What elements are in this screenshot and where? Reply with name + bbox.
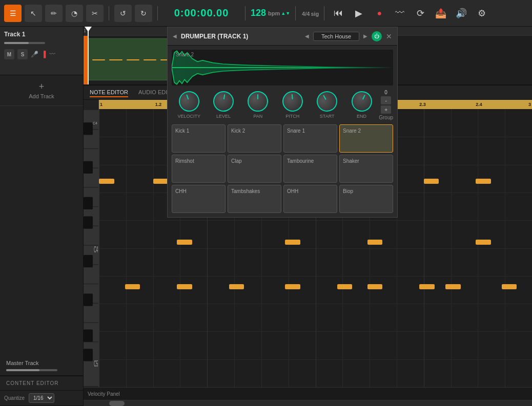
start-knob[interactable]	[313, 88, 341, 116]
drumpler-pads: Kick 1 Kick 2 Snare 1 Snare 2 Rimshot Cl…	[168, 124, 397, 217]
note-9[interactable]	[177, 240, 192, 245]
track1-volume-slider[interactable]	[4, 42, 45, 44]
master-volume-slider[interactable]	[6, 369, 57, 371]
export-button[interactable]: 📤	[432, 5, 449, 22]
master-volume-fill	[6, 369, 39, 371]
drumpler-preset: Tech House	[313, 32, 359, 41]
pad-snare1[interactable]: Snare 1	[283, 124, 337, 153]
loop-button[interactable]: ⟳	[412, 5, 429, 22]
clip-dash	[144, 59, 156, 60]
wave-icon[interactable]: 〰	[49, 51, 55, 58]
drumpler-preset-arrow-right[interactable]: ▶	[363, 33, 367, 39]
pad-kick1-label: Kick 1	[175, 128, 189, 134]
pad-kick2-label: Kick 2	[231, 128, 245, 134]
grid-v-2	[153, 109, 154, 387]
drumpler-waveform: Snare 2	[172, 50, 393, 86]
pad-ohh[interactable]: OHH	[283, 185, 337, 213]
level-knob[interactable]	[212, 90, 235, 113]
drumpler-prev-arrow[interactable]: ◀	[173, 33, 177, 39]
velocity-label: VELOCITY	[177, 114, 200, 119]
pitch-label: PITCH	[285, 114, 299, 119]
note-editor-tab[interactable]: NOTE EDITOR	[90, 88, 128, 97]
pencil-tool[interactable]: ✏	[45, 5, 63, 22]
bpm-arrows[interactable]: ▲▼	[281, 11, 290, 16]
group-plus-button[interactable]: +	[381, 105, 391, 114]
pad-shaker[interactable]: Shaker	[339, 155, 393, 183]
note-2[interactable]	[153, 179, 169, 184]
ruler-spacer	[84, 101, 98, 110]
cut-tool[interactable]: ✂	[86, 5, 104, 22]
playhead[interactable]	[88, 27, 89, 84]
redo-button[interactable]: ↻	[135, 5, 152, 22]
pad-chh-label: CHH	[175, 188, 187, 194]
audio-button[interactable]: 🔊	[453, 5, 470, 22]
end-knob[interactable]	[348, 88, 375, 115]
pitch-knob-group: PITCH	[275, 91, 310, 119]
mute-button[interactable]: M	[4, 49, 14, 59]
mic-icon[interactable]: 🎤	[31, 51, 38, 58]
solo-button[interactable]: S	[17, 49, 28, 59]
bpm-display[interactable]: 128 bpm ▲▼	[251, 8, 290, 18]
velocity-knob[interactable]	[176, 88, 202, 114]
drumpler-close-button[interactable]: ✕	[386, 32, 392, 40]
note-12[interactable]	[476, 240, 491, 245]
ruler-mark-1-2: 1.2	[155, 102, 162, 107]
pad-kick1[interactable]: Kick 1	[172, 124, 226, 153]
note-13[interactable]	[125, 284, 140, 289]
separator-5	[324, 6, 324, 20]
content-editor-header: CONTENT EDITOR	[0, 375, 83, 391]
horizontal-scrollbar[interactable]	[84, 400, 532, 406]
note-16[interactable]	[285, 284, 300, 289]
record-button[interactable]: ●	[371, 5, 388, 22]
bars-icon[interactable]: ▐	[42, 51, 46, 58]
note-21[interactable]	[502, 284, 517, 289]
svg-text:C5: C5	[94, 359, 98, 369]
left-panel: Track 1 M S 🎤 ▐ 〰 + Add Track Master Tra…	[0, 27, 84, 406]
note-18[interactable]	[367, 284, 383, 289]
drumpler-preset-arrow-left[interactable]: ◀	[305, 33, 309, 39]
note-11[interactable]	[367, 240, 383, 245]
pad-tambshakes[interactable]: Tambshakes	[228, 185, 281, 213]
note-10[interactable]	[285, 240, 300, 245]
pad-tambourine[interactable]: Tambourine	[283, 155, 337, 183]
time-display: 0:00:00.00	[163, 7, 240, 19]
add-track-button[interactable]: + Add Track	[0, 75, 83, 106]
settings-button[interactable]: ⚙	[473, 5, 490, 22]
separator-3	[245, 6, 245, 20]
note-14[interactable]	[177, 284, 192, 289]
pad-kick2[interactable]: Kick 2	[228, 124, 281, 153]
pad-biop[interactable]: Biop	[339, 185, 393, 213]
pad-clap[interactable]: Clap	[228, 155, 281, 183]
note-20[interactable]	[445, 284, 461, 289]
waveform-svg	[172, 50, 393, 86]
track1-volume-fill	[4, 42, 29, 44]
note-1[interactable]	[99, 179, 114, 184]
pitch-knob[interactable]	[281, 90, 303, 112]
grid-v-0	[99, 109, 99, 387]
note-7[interactable]	[424, 179, 439, 184]
drumpler-power-button[interactable]: ⏻	[372, 31, 382, 41]
main-area: Track 1 M S 🎤 ▐ 〰 + Add Track Master Tra…	[0, 27, 532, 406]
pad-snare2[interactable]: Snare 2	[339, 124, 393, 153]
grid-v-1	[126, 109, 127, 387]
scrollbar-thumb[interactable]	[109, 401, 125, 406]
pan-knob[interactable]	[248, 91, 268, 112]
group-minus-button[interactable]: -	[381, 96, 391, 104]
note-17[interactable]	[337, 284, 353, 289]
clock-tool[interactable]: ◔	[66, 5, 83, 22]
master-track-header: Master Track	[0, 356, 83, 375]
undo-button[interactable]: ↺	[114, 5, 132, 22]
note-8[interactable]	[476, 179, 491, 184]
note-15[interactable]	[229, 284, 244, 289]
pad-rimshot[interactable]: Rimshot	[172, 155, 226, 183]
pad-chh[interactable]: CHH	[172, 185, 226, 213]
pad-snare1-label: Snare 1	[287, 128, 305, 134]
play-button[interactable]: ▶	[350, 5, 367, 22]
cursor-tool[interactable]: ↖	[25, 5, 42, 22]
note-19[interactable]	[419, 284, 435, 289]
quantize-select[interactable]: 1/16 1/8 1/4 1/32	[29, 393, 54, 403]
automation-button[interactable]: 〰	[391, 5, 408, 22]
rewind-button[interactable]: ⏮	[330, 5, 347, 22]
menu-button[interactable]: ☰	[4, 5, 22, 22]
piano-keys-area: C4	[84, 110, 98, 386]
